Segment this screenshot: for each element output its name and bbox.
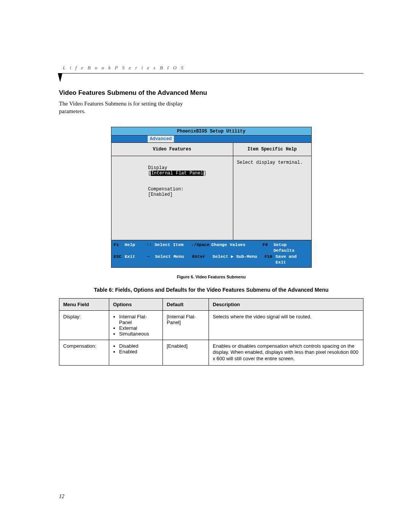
table-caption: Table 6: Fields, Options and Defaults fo… — [59, 287, 363, 293]
table-row: Display: Internal Flat-Panel External Si… — [59, 310, 363, 340]
bios-setting-value: Enabled — [151, 192, 170, 197]
th-default: Default — [163, 298, 209, 310]
option: Disabled — [119, 343, 159, 349]
footer-label: Select Menu — [155, 254, 192, 265]
table-row: Compensation: Disabled Enabled [Enabled]… — [59, 340, 363, 366]
cell-description: Enables or disables compensation which c… — [209, 340, 363, 366]
footer-key: ESC — [114, 254, 125, 265]
th-options: Options — [109, 298, 163, 310]
footer-key: F9 — [263, 242, 274, 254]
footer-key: F10 — [264, 254, 276, 265]
footer-label: Exit — [125, 254, 147, 265]
bios-right-title: Item Specific Help — [233, 143, 311, 156]
th-description: Description — [209, 298, 363, 310]
cell-field: Display: — [59, 310, 109, 340]
cell-options: Disabled Enabled — [109, 340, 163, 366]
cell-default: [Internal Flat-Panel] — [163, 310, 209, 340]
fields-table: Menu Field Options Default Description D… — [59, 298, 363, 366]
footer-key: ↑↓ — [147, 242, 155, 254]
figure-caption: Figure 6. Video Features Submenu — [59, 275, 363, 279]
footer-label: Change Values — [211, 242, 263, 254]
bios-help-content: Select display terminal. — [233, 156, 311, 240]
bios-left-content: Display [Internal Flat Panel] Compensati… — [112, 156, 233, 240]
footer-key: ↔ — [147, 254, 155, 265]
running-head: L i f e B o o k P S e r i e s B I O S — [63, 65, 363, 71]
bios-tab-row: Advanced — [112, 136, 311, 143]
cell-description: Selects where the video signal will be r… — [209, 310, 363, 340]
option: Internal Flat-Panel — [119, 314, 159, 325]
table-header-row: Menu Field Options Default Description — [59, 298, 363, 310]
bios-title: PhoenixBIOS Setup Utility — [112, 127, 311, 136]
bios-footer: F1 Help ↑↓ Select Item -/Space Change Va… — [112, 240, 311, 267]
cell-options: Internal Flat-Panel External Simultaneou… — [109, 310, 163, 340]
header-wedge-icon — [58, 73, 62, 82]
bios-screenshot: PhoenixBIOS Setup Utility Advanced Video… — [111, 127, 312, 268]
bios-setting-value: Internal Flat Panel — [151, 171, 204, 176]
bios-setting-label: Compensation: — [148, 187, 186, 192]
cell-field: Compensation: — [59, 340, 109, 366]
footer-key: -/Space — [191, 242, 211, 254]
section-title: Video Features Submenu of the Advanced M… — [59, 89, 363, 97]
option: Simultaneous — [119, 331, 159, 337]
option: External — [119, 325, 159, 331]
option: Enabled — [119, 349, 159, 355]
page-number: 12 — [59, 494, 64, 500]
footer-label: Select Item — [155, 242, 191, 254]
header-rule — [59, 73, 363, 73]
bios-left-title: Video Features — [112, 143, 233, 156]
cell-default: [Enabled] — [163, 340, 209, 366]
intro-paragraph: The Video Features Submenu is for settin… — [59, 100, 192, 115]
th-menu-field: Menu Field — [59, 298, 109, 310]
bios-setting-display: Display [Internal Flat Panel] — [115, 160, 229, 181]
bios-tab-advanced: Advanced — [148, 136, 174, 142]
footer-label: Setup Defaults — [274, 242, 309, 254]
footer-label: Help — [124, 242, 147, 254]
footer-key: F1 — [114, 242, 125, 254]
bios-help-text: Select display terminal. — [237, 160, 307, 165]
footer-key: Enter — [192, 254, 213, 265]
footer-label: Select ▶ Sub-Menu — [213, 254, 264, 265]
bios-setting-label: Display — [148, 165, 186, 171]
footer-label: Save and Exit — [276, 254, 309, 265]
bios-setting-compensation: Compensation: [Enabled] — [115, 181, 229, 203]
